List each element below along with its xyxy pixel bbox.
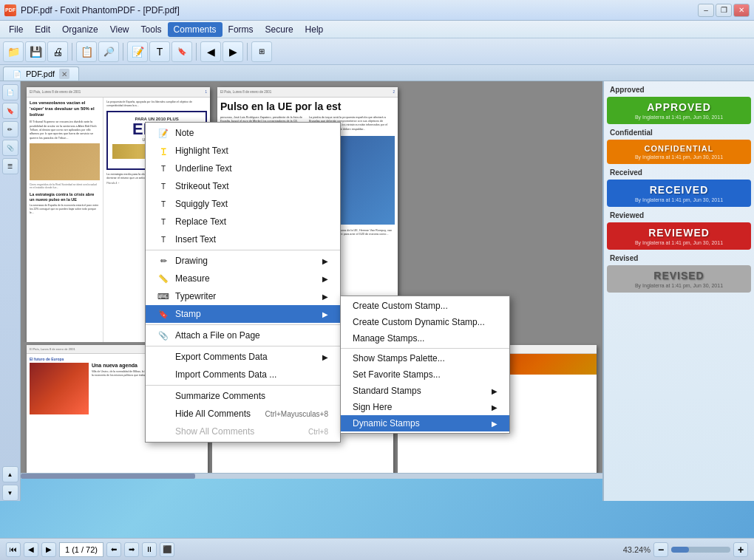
submenu-show-palette[interactable]: Show Stamps Palette...: [341, 350, 509, 366]
search-button[interactable]: 🔎: [98, 41, 119, 62]
menu-import-comments[interactable]: Import Comments Data ...: [146, 366, 340, 383]
export-icon: [157, 351, 169, 363]
menu-strikeout[interactable]: T Strikeout Text: [146, 177, 340, 195]
menu-squiggly[interactable]: T Squiggly Text: [146, 195, 340, 213]
menu-typewriter[interactable]: ⌨ Typewriter ▶: [146, 287, 340, 305]
nav-fwd-btn[interactable]: ➡: [124, 542, 139, 557]
nav-first-btn[interactable]: ⏮: [6, 542, 21, 557]
h-scroll-thumb[interactable]: [21, 474, 195, 479]
reviewed-stamp[interactable]: REVIEWED By Inglaterra at 1:41 pm, Jun 3…: [607, 222, 751, 250]
toolbar-sep-3: [196, 43, 197, 61]
approved-stamp[interactable]: APPROVED By Inglaterra at 1:41 pm, Jun 3…: [607, 97, 751, 124]
submenu-manage[interactable]: Manage Stamps...: [341, 330, 509, 346]
measure-arrow: ▶: [322, 275, 328, 283]
menu-insert-text[interactable]: T Insert Text: [146, 231, 340, 248]
comment-note-button[interactable]: 📝: [127, 41, 148, 62]
menu-summarize[interactable]: Summarize Comments: [146, 387, 340, 405]
tab-close-button[interactable]: ✕: [59, 69, 69, 79]
menu-highlight[interactable]: T̲ Highlight Text: [146, 142, 340, 160]
hide-icon: [157, 408, 169, 420]
menu-organize[interactable]: Organize: [56, 22, 104, 37]
drawing-icon: ✏: [157, 255, 169, 267]
menu-view[interactable]: View: [104, 22, 135, 37]
sidebar-attach-btn[interactable]: 📎: [2, 140, 18, 156]
menu-underline[interactable]: T Underline Text: [146, 160, 340, 177]
approved-stamp-text: APPROVED: [647, 101, 711, 113]
menu-attach-file[interactable]: 📎 Attach a File on Page: [146, 327, 340, 344]
sidebar-layer-btn[interactable]: ☰: [2, 158, 18, 174]
underline-icon: T: [157, 163, 169, 174]
menu-export-comments[interactable]: Export Comments Data ▶: [146, 348, 340, 366]
article-text-1: El Tribunal Supremo se encuen-tra dividi…: [30, 120, 100, 140]
revised-stamp[interactable]: REVISED By Inglaterra at 1:41 pm, Jun 30…: [607, 265, 751, 293]
h-scrollbar[interactable]: [21, 473, 602, 479]
menu-help[interactable]: Help: [299, 22, 330, 37]
close-button[interactable]: ✕: [733, 4, 750, 17]
typewriter-arrow: ▶: [322, 293, 328, 301]
nav-back-btn[interactable]: ⬅: [106, 542, 121, 557]
scan-button[interactable]: 📋: [76, 41, 97, 62]
submenu-create-dynamic[interactable]: Create Custom Dynamic Stamp...: [341, 314, 509, 330]
nav-prev-btn[interactable]: ◀: [24, 542, 38, 557]
summarize-icon: [157, 390, 169, 402]
page-input[interactable]: [59, 542, 103, 557]
show-shortcut: Ctrl+8: [308, 428, 328, 436]
menu-hide-all[interactable]: Hide All Comments Ctrl+Mayusculas+8: [146, 405, 340, 423]
restore-button[interactable]: ❐: [716, 4, 732, 17]
window-controls: – ❐ ✕: [698, 4, 750, 17]
forward-button[interactable]: ▶: [223, 41, 243, 62]
sidebar-pages-btn[interactable]: 📄: [2, 84, 18, 100]
pdf-tab[interactable]: 📄 PDF.pdf ✕: [3, 66, 79, 81]
reviewed-label: Reviewed: [607, 210, 751, 221]
stamp-submenu: Create Custom Stamp... Create Custom Dyn…: [340, 296, 510, 434]
confidential-stamp[interactable]: CONFIDENTIAL By Inglaterra at 1:41 pm, J…: [607, 140, 751, 164]
zoom-fit-button[interactable]: ⊞: [251, 41, 272, 62]
menu-secure[interactable]: Secure: [259, 22, 299, 37]
received-label: Received: [607, 167, 751, 178]
nav-next-btn[interactable]: ▶: [41, 542, 56, 557]
revised-stamp-meta: By Inglaterra at 1:41 pm, Jun 30, 2011: [635, 283, 723, 288]
menu-forms[interactable]: Forms: [223, 22, 259, 37]
sidebar-scroll-btn[interactable]: ▲: [2, 466, 18, 482]
nav-play-btn[interactable]: ⏸: [142, 542, 157, 557]
submenu-create-custom[interactable]: Create Custom Stamp...: [341, 298, 509, 314]
reviewed-stamp-meta: By Inglaterra at 1:41 pm, Jun 30, 2011: [635, 240, 723, 245]
submenu-dynamic[interactable]: Dynamic Stamps ▶: [341, 415, 509, 431]
submenu-set-favorite[interactable]: Set Favorite Stamps...: [341, 366, 509, 383]
print-button[interactable]: 🖨: [47, 41, 68, 62]
app-icon: PDF: [4, 4, 16, 16]
submenu-sign-here[interactable]: Sign Here ▶: [341, 399, 509, 415]
menu-edit[interactable]: Edit: [29, 22, 56, 37]
menu-note[interactable]: 📝 Note: [146, 124, 340, 142]
revised-label: Revised: [607, 253, 751, 264]
sidebar-scroll-down-btn[interactable]: ▼: [2, 485, 18, 501]
minimize-button[interactable]: –: [698, 4, 714, 17]
headline-estrategia: La estrategia contra la crisis abre un n…: [30, 192, 100, 202]
menu-file[interactable]: File: [3, 22, 29, 37]
menu-stamp[interactable]: 🔖 Stamp ▶: [146, 305, 340, 323]
open-button[interactable]: 📁: [3, 41, 24, 62]
menu-drawing[interactable]: ✏ Drawing ▶: [146, 252, 340, 270]
nav-full-btn[interactable]: ⬛: [160, 542, 174, 557]
stamp-button[interactable]: 🔖: [171, 41, 192, 62]
sidebar-bookmark-btn[interactable]: 🔖: [2, 103, 18, 119]
approved-stamp-meta: By Inglaterra at 1:41 pm, Jun 30, 2011: [635, 115, 723, 120]
menu-tools[interactable]: Tools: [135, 22, 168, 37]
menu-show-all[interactable]: Show All Comments Ctrl+8: [146, 423, 340, 440]
typewriter-button[interactable]: T: [149, 41, 170, 62]
squiggly-icon: T: [157, 198, 169, 210]
received-stamp[interactable]: RECEIVED By Inglaterra at 1:41 pm, Jun 3…: [607, 180, 751, 207]
menu-comments[interactable]: Comments: [168, 22, 223, 37]
measure-icon: 📏: [157, 273, 169, 284]
back-button[interactable]: ◀: [200, 41, 221, 62]
menu-measure[interactable]: 📏 Measure ▶: [146, 270, 340, 287]
sidebar-sig-btn[interactable]: ✏: [2, 121, 18, 137]
main-headline: Pulso en la UE por la est: [220, 100, 395, 113]
export-arrow: ▶: [322, 353, 328, 361]
save-button[interactable]: 💾: [25, 41, 46, 62]
zoom-out-btn[interactable]: −: [653, 542, 668, 557]
zoom-in-btn[interactable]: +: [733, 542, 748, 557]
menu-replace-text[interactable]: T Replace Text: [146, 213, 340, 231]
zoom-slider[interactable]: [671, 547, 730, 553]
submenu-standard[interactable]: Standard Stamps ▶: [341, 383, 509, 399]
